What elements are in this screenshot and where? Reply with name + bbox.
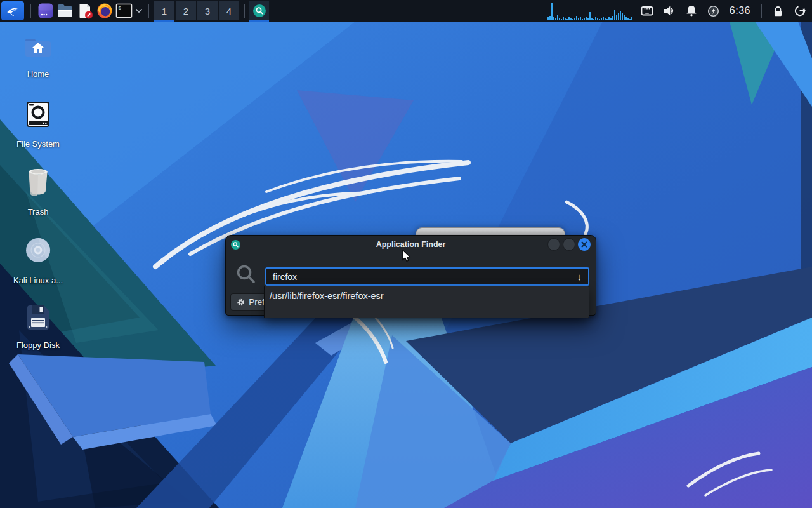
cpu-graph-bar	[625, 17, 627, 20]
desktop-icon-file-system[interactable]: File System	[8, 100, 69, 149]
launcher-menu-chevron[interactable]	[134, 0, 144, 22]
panel-separator	[761, 4, 762, 18]
desktop-icon-label: Trash	[8, 207, 69, 217]
launcher-terminal[interactable]: $_	[114, 0, 134, 22]
application-finder-icon	[252, 4, 266, 18]
cpu-graph-bar	[580, 17, 581, 20]
cpu-graph-bar	[606, 19, 608, 20]
cpu-graph-bar	[601, 18, 602, 20]
workspace-3[interactable]: 3	[197, 1, 218, 20]
desktop-icon-label: Kali Linux a...	[8, 276, 69, 285]
cpu-graph-bar	[622, 13, 623, 20]
maximize-button[interactable]	[563, 238, 575, 251]
close-button[interactable]	[578, 238, 591, 251]
desktop-icon-label: File System	[8, 139, 69, 149]
clock[interactable]: 6:36	[728, 5, 752, 17]
launcher-console[interactable]	[36, 0, 55, 22]
launcher-file-manager[interactable]	[55, 0, 75, 22]
panel-separator	[244, 4, 245, 18]
notifications-bell-icon[interactable]	[684, 4, 698, 18]
top-panel: $_ 1 2 3 4	[0, 0, 812, 22]
desktop-icon-label: Floppy Disk	[8, 340, 69, 350]
cpu-graph-bar	[631, 17, 632, 20]
cpu-graph-bar	[551, 3, 553, 20]
console-icon	[37, 3, 54, 19]
search-input-value: firefox	[273, 272, 297, 282]
minimize-button[interactable]	[547, 238, 560, 251]
window-title: Application Finder	[226, 240, 596, 249]
cpu-graph-bar	[582, 19, 583, 20]
cpu-graph-bar	[549, 16, 551, 20]
cpu-graph-bar	[591, 18, 593, 20]
kali-logo-icon	[6, 4, 20, 18]
desktop-icon-label: Home	[8, 69, 69, 79]
drive-icon	[24, 100, 52, 128]
cpu-graph-bar	[597, 18, 598, 20]
volume-icon[interactable]	[662, 4, 676, 18]
launcher-text-editor[interactable]	[75, 0, 95, 22]
search-input[interactable]: firefox ↓	[265, 267, 589, 286]
search-results-dropdown: /usr/lib/firefox-esr/firefox-esr	[264, 286, 589, 318]
cpu-graph-bar	[618, 13, 619, 20]
cpu-graph-bar	[568, 17, 570, 20]
document-icon	[77, 3, 93, 19]
workspace-2[interactable]: 2	[176, 1, 196, 20]
network-icon[interactable]	[640, 4, 654, 18]
cpu-graph-bar	[605, 18, 606, 20]
workspace-4[interactable]: 4	[219, 1, 239, 20]
power-manager-icon[interactable]	[707, 4, 720, 18]
desktop-icon-kali-cd[interactable]: Kali Linux a...	[8, 236, 69, 285]
cpu-graph-bar	[561, 19, 562, 20]
cpu-graph-bar	[565, 18, 566, 20]
cpu-graph-bar	[574, 18, 575, 20]
cpu-graph-bar	[578, 18, 579, 20]
launcher-firefox[interactable]	[95, 0, 114, 22]
kali-menu-button[interactable]	[1, 1, 24, 20]
taskbar-application-finder[interactable]	[249, 1, 269, 20]
chevron-down-icon	[135, 7, 143, 15]
cpu-graph-bar	[553, 17, 554, 20]
cpu-graph[interactable]	[547, 1, 634, 20]
terminal-icon: $_	[115, 3, 133, 18]
mouse-cursor	[402, 250, 411, 262]
cpu-graph-bar	[612, 16, 613, 20]
application-finder-app-icon	[231, 240, 240, 250]
close-icon	[581, 241, 587, 248]
cpu-graph-bar	[570, 18, 572, 20]
logout-icon[interactable]	[793, 4, 807, 18]
cpu-graph-bar	[576, 16, 577, 20]
desktop-icon-trash[interactable]: Trash	[8, 167, 69, 217]
cpu-graph-bar	[608, 17, 610, 20]
text-caret	[298, 272, 298, 282]
cpu-graph-bar	[555, 18, 556, 20]
cpu-graph-bar	[547, 17, 549, 20]
cpu-graph-bar	[595, 17, 596, 20]
cpu-graph-bar	[589, 12, 591, 20]
cpu-graph-bar	[572, 19, 573, 20]
floppy-icon	[25, 303, 51, 330]
cpu-graph-bar	[614, 10, 615, 20]
lock-icon[interactable]	[771, 4, 785, 18]
desktop-icon-home[interactable]: Home	[8, 36, 69, 79]
cpu-graph-bar	[584, 18, 585, 20]
folder-icon	[56, 3, 74, 18]
desktop-icon-floppy[interactable]: Floppy Disk	[8, 303, 69, 350]
cpu-graph-bar	[627, 18, 629, 20]
trash-icon	[25, 167, 51, 196]
cpu-graph-bar	[559, 18, 560, 20]
workspace-1[interactable]: 1	[154, 1, 174, 20]
cpu-graph-bar	[563, 17, 564, 20]
cpu-graph-bar	[557, 15, 558, 20]
cpu-graph-bar	[624, 15, 625, 20]
cpu-graph-bar	[603, 17, 604, 20]
result-item[interactable]: /usr/lib/firefox-esr/firefox-esr	[265, 286, 589, 301]
panel-separator	[148, 4, 149, 18]
svg-text:$_: $_	[119, 6, 124, 11]
firefox-icon	[96, 3, 113, 19]
cpu-graph-bar	[629, 19, 631, 20]
dropdown-arrow-icon[interactable]: ↓	[577, 271, 582, 282]
cpu-graph-bar	[566, 19, 568, 20]
panel-separator	[30, 4, 31, 18]
cpu-graph-bar	[586, 17, 587, 20]
cpu-graph-bar	[587, 18, 589, 20]
